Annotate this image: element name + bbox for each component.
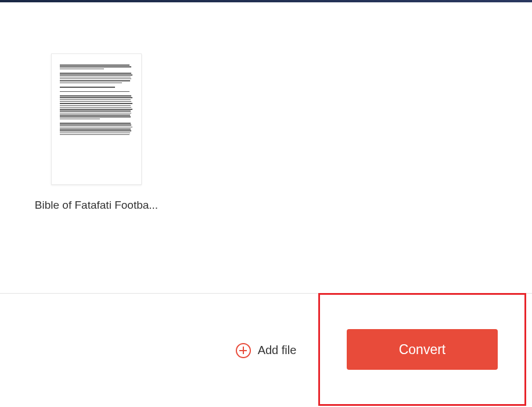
add-file-label: Add file: [258, 344, 297, 357]
plus-circle-icon: [236, 343, 251, 358]
convert-highlight-box: Convert: [318, 293, 526, 406]
doc-text-block: [60, 87, 133, 88]
file-name: Bible of Fatafati Footba...: [24, 199, 169, 212]
doc-text-block: [60, 73, 133, 83]
add-file-button[interactable]: Add file: [236, 343, 297, 358]
doc-text-block: [60, 65, 133, 69]
doc-text-block: [60, 123, 133, 135]
convert-button[interactable]: Convert: [347, 329, 498, 370]
file-card[interactable]: Bible of Fatafati Footba...: [51, 53, 142, 212]
doc-text-block: [60, 91, 133, 92]
main-content: Bible of Fatafati Footba...: [0, 2, 532, 293]
document-preview: [51, 53, 142, 185]
doc-text-block: [60, 95, 133, 119]
